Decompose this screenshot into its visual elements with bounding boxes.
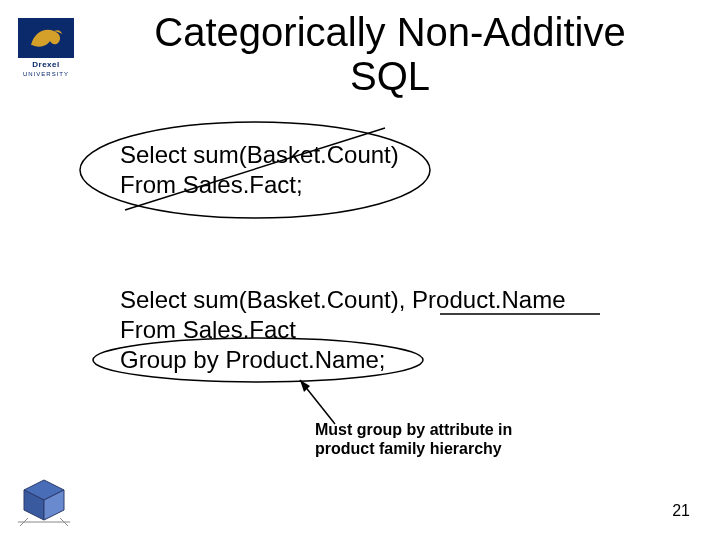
university-logo: Drexel UNIVERSITY — [18, 18, 74, 74]
annotation-line1: Must group by attribute in — [315, 420, 575, 439]
logo-emblem — [18, 18, 74, 58]
logo-university-text: UNIVERSITY — [23, 71, 69, 77]
annotation-line2: product family hierarchy — [315, 439, 575, 458]
svg-marker-11 — [300, 380, 310, 392]
sql2-line2: From Sales.Fact — [120, 315, 566, 345]
sql-block-1: Select sum(Basket.Count) From Sales.Fact… — [120, 140, 399, 200]
svg-line-10 — [300, 380, 335, 424]
slide-title: Categorically Non-Additive SQL — [110, 10, 670, 98]
page-number: 21 — [672, 502, 690, 520]
sql2-line1: Select sum(Basket.Count), Product.Name — [120, 285, 566, 315]
cube-icon — [18, 474, 70, 526]
sql1-line1: Select sum(Basket.Count) — [120, 140, 399, 170]
logo-name: Drexel UNIVERSITY — [18, 60, 74, 78]
sql2-line3: Group by Product.Name; — [120, 345, 566, 375]
logo-name-text: Drexel — [32, 60, 59, 69]
annotation-note: Must group by attribute in product famil… — [315, 420, 575, 458]
dragon-icon — [26, 23, 66, 53]
sql1-line2: From Sales.Fact; — [120, 170, 399, 200]
sql-block-2: Select sum(Basket.Count), Product.Name F… — [120, 285, 566, 375]
slide: Drexel UNIVERSITY Categorically Non-Addi… — [0, 0, 720, 540]
